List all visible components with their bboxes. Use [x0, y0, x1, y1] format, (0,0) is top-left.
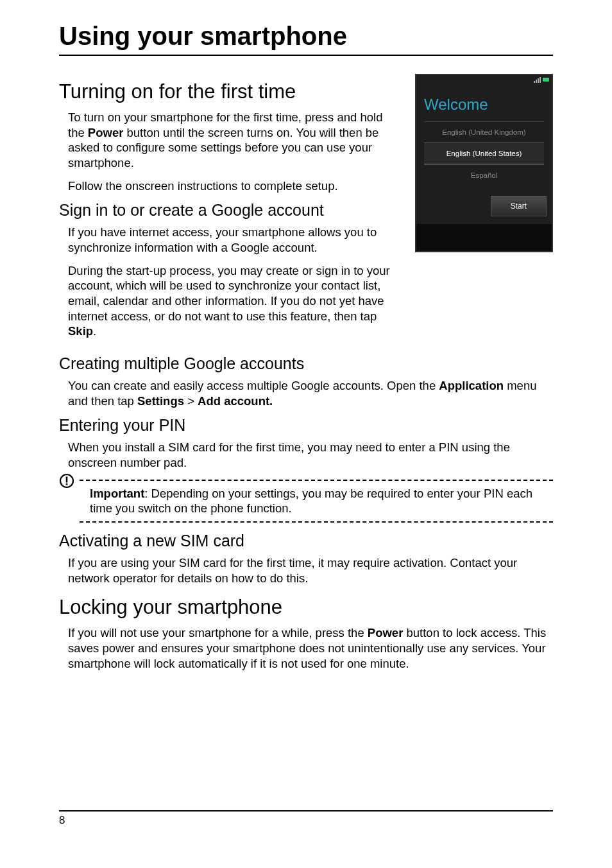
turning-on-p1: To turn on your smartphone for the first…: [59, 110, 401, 171]
language-option[interactable]: Español: [424, 164, 544, 186]
phone-mockup: Welcome English (United Kingdom) English…: [415, 74, 553, 252]
heading-multiple-accounts: Creating multiple Google accounts: [59, 354, 553, 373]
upper-left-column: Turning on for the first time To turn on…: [59, 70, 401, 347]
activating-sim-p1: If you are using your SIM card for the f…: [59, 555, 553, 586]
entering-pin-p1: When you install a SIM card for the firs…: [59, 440, 553, 470]
upper-content-row: Turning on for the first time To turn on…: [59, 70, 553, 347]
sign-in-p2: During the start-up process, you may cre…: [59, 263, 401, 339]
svg-rect-2: [66, 483, 68, 485]
heading-sign-in: Sign in to or create a Google account: [59, 201, 401, 220]
welcome-heading: Welcome: [416, 84, 552, 120]
language-option-selected[interactable]: English (United States): [424, 143, 544, 164]
heading-turning-on: Turning on for the first time: [59, 80, 401, 103]
page-footer: 8: [59, 810, 553, 827]
lower-content: Creating multiple Google accounts You ca…: [59, 354, 553, 671]
svg-rect-1: [66, 476, 68, 482]
power-label: Power: [368, 626, 404, 639]
text: >: [184, 394, 198, 408]
application-label: Application: [439, 379, 504, 392]
start-row: Start: [416, 192, 552, 224]
skip-label: Skip: [68, 324, 93, 338]
dotted-rule-bottom: [80, 521, 553, 523]
heading-locking: Locking your smartphone: [59, 596, 553, 619]
phone-screen: Welcome English (United Kingdom) English…: [416, 75, 552, 251]
add-account-label: Add account.: [198, 394, 273, 408]
heading-entering-pin: Entering your PIN: [59, 416, 553, 435]
language-option[interactable]: English (United Kingdom): [424, 121, 544, 143]
language-list: English (United Kingdom) English (United…: [416, 120, 552, 192]
phone-nav-bar: [416, 224, 552, 251]
sign-in-p1: If you have internet access, your smartp…: [59, 225, 401, 255]
battery-icon: [543, 78, 549, 82]
text: : Depending on your settings, you may be…: [90, 487, 532, 516]
locking-p1: If you will not use your smartphone for …: [59, 625, 553, 671]
important-label: Important: [90, 487, 144, 500]
text: You can create and easily access multipl…: [68, 379, 439, 392]
page-title: Using your smartphone: [59, 22, 553, 56]
text: During the start-up process, you may cre…: [68, 264, 390, 323]
multiple-accounts-p1: You can create and easily access multipl…: [59, 378, 553, 408]
text: .: [93, 324, 96, 338]
heading-activating-sim: Activating a new SIM card: [59, 532, 553, 550]
settings-label: Settings: [137, 394, 184, 408]
signal-icon: [534, 77, 541, 83]
important-text: Important: Depending on your settings, y…: [90, 481, 553, 516]
power-label: Power: [88, 126, 124, 139]
turning-on-p2: Follow the onscreen instructions to comp…: [59, 178, 401, 194]
document-page: Using your smartphone Turning on for the…: [0, 0, 612, 868]
important-icon: [59, 473, 74, 489]
text: If you will not use your smartphone for …: [68, 626, 368, 639]
start-button[interactable]: Start: [491, 196, 547, 216]
page-number: 8: [59, 814, 65, 826]
status-bar: [416, 75, 552, 84]
important-callout: Important: Depending on your settings, y…: [59, 480, 553, 523]
